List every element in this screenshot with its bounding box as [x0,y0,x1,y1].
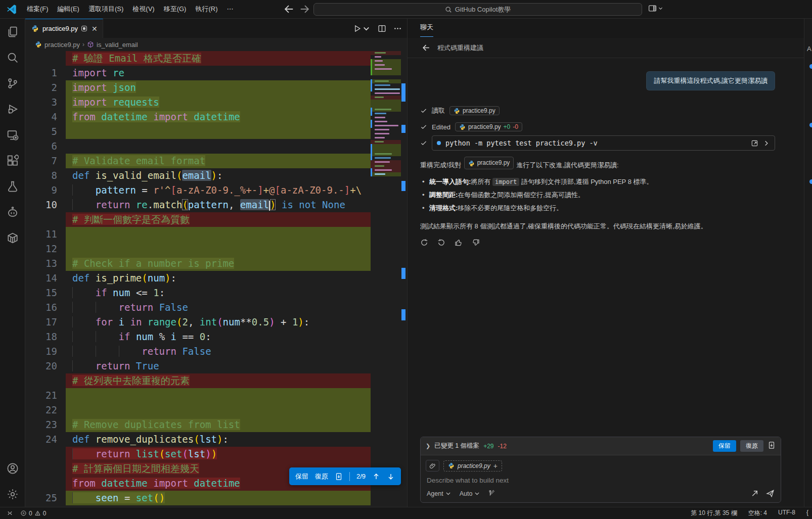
thumbs-down-icon[interactable] [472,239,480,247]
code-line[interactable]: 19 return False [25,344,407,359]
nav-forward-icon[interactable] [299,4,310,15]
sidebar-item-source-control[interactable] [1,70,25,96]
code-line[interactable]: 12 [25,242,407,256]
problems-indicator[interactable]: 0 0 [17,510,50,517]
attachment-chip[interactable]: practice9.py + [443,460,502,471]
cursor-position[interactable]: 第 10 行,第 35 欄 [687,509,740,517]
tab-chat[interactable]: 聊天 [420,23,433,37]
chevron-right-icon[interactable] [762,139,770,147]
split-editor-icon[interactable] [378,24,386,33]
thumbs-up-icon[interactable] [455,239,463,247]
changes-summary[interactable]: 已變更 1 個檔案 [434,442,479,450]
minimap[interactable] [371,51,401,507]
nav-back-icon[interactable] [283,4,294,15]
code-line[interactable]: 6 [25,139,407,154]
code-line[interactable]: 2import json [25,80,407,95]
send-icon[interactable] [766,489,775,498]
code-line[interactable]: 25 seen = set() [25,491,407,505]
code-line[interactable]: 13# Check if a number is prime [25,256,407,271]
remote-indicator[interactable] [3,510,17,516]
code-line[interactable]: 16 return False [25,300,407,315]
chat-session-title[interactable]: 程式碼重構建議 [437,43,483,53]
diff-undo-button[interactable]: 復原 [315,472,328,481]
terminal-command-box[interactable]: python -m pytest test_practice9.py -v [432,135,775,151]
run-button[interactable] [353,24,371,33]
model-dropdown[interactable]: Auto [460,490,481,497]
code-line[interactable]: return list(set(lst)) [25,447,407,461]
sidebar-item-explorer[interactable] [1,19,25,44]
undo-button[interactable]: 復原 [740,440,763,452]
code-line[interactable]: 3import requests [25,95,407,110]
chevron-right-icon[interactable]: ❯ [426,443,430,449]
overview-ruler[interactable] [401,51,407,507]
language-mode[interactable]: { [803,509,812,516]
menu-item[interactable]: 移至(G) [159,2,191,16]
sidebar-item-search[interactable] [1,44,25,70]
code-line[interactable]: 18 if num % i == 0: [25,329,407,344]
code-line[interactable]: 4from datetime import datetime [25,110,407,124]
sidebar-item-extensions[interactable] [1,148,25,173]
code-line[interactable]: 23# Remove duplicates from list [25,417,407,432]
open-terminal-icon[interactable] [751,139,758,147]
regenerate-icon[interactable] [420,239,428,247]
open-in-editor-icon[interactable] [750,489,759,498]
layout-control[interactable] [648,4,663,13]
menu-item[interactable]: 編輯(E) [53,2,84,16]
tab-close-icon[interactable]: ✕ [92,25,98,33]
arrow-down-icon[interactable] [387,473,395,481]
menu-more[interactable]: ⋯ [222,2,238,16]
code-line[interactable]: # 從列表中去除重複的元素 [25,373,407,388]
code-line[interactable]: 17 for i in range(2, int(num**0.5) + 1): [25,315,407,329]
file-save-icon[interactable] [335,473,343,481]
breadcrumb-file[interactable]: practice9.py [44,41,80,49]
diff-keep-button[interactable]: 保留 [295,472,308,481]
code-line[interactable]: # 驗證 Email 格式是否正確 [25,51,407,66]
encoding[interactable]: UTF-8 [775,509,799,516]
code-line[interactable]: 9 pattern = r'^[a-zA-Z0-9._%+-]+@[a-zA-Z… [25,183,407,198]
menu-item[interactable]: 檔案(F) [22,2,53,16]
tools-icon[interactable] [488,490,495,498]
file-chip[interactable]: practice9.py+0-0 [455,122,522,131]
command-center-search[interactable]: GitHub Copilot教學 [313,3,642,16]
sidebar-item-testing[interactable] [1,173,25,199]
sidebar-item-remote[interactable] [1,122,25,148]
code-line[interactable]: 24def remove_duplicates(lst): [25,432,407,447]
sidebar-item-copilot[interactable] [1,199,25,225]
menu-item[interactable]: 檢視(V) [128,2,159,16]
sidebar-item-account[interactable] [1,455,25,481]
menu-item[interactable]: 執行(R) [191,2,222,16]
code-line[interactable]: 10 return re.match(pattern, email) is no… [25,198,407,212]
indentation[interactable]: 空格: 4 [745,509,771,517]
file-chip[interactable]: practice9.py [449,106,500,115]
code-line[interactable]: # 判斷一個數字是否為質數 [25,212,407,227]
chat-input[interactable]: Describe what to build next [421,475,781,489]
keep-button[interactable]: 保留 [713,440,736,452]
view-changes-icon[interactable] [768,441,776,451]
code-line[interactable]: 11 [25,227,407,242]
back-arrow-icon[interactable] [422,43,430,52]
code-line[interactable]: 7# Validate email format [25,154,407,168]
attach-context-button[interactable] [426,460,439,471]
add-attachment-icon[interactable]: + [493,462,498,470]
breadcrumb[interactable]: practice9.py › is_valid_email [25,38,407,51]
code-line[interactable]: 1import re [25,66,407,80]
more-actions-icon[interactable] [393,24,402,33]
sidebar-item-settings[interactable] [1,481,25,507]
tab-practice9[interactable]: practice9.py ✕ [25,19,103,38]
code-line[interactable]: 8def is_valid_email(email): [25,168,407,183]
sidebar-item-containers[interactable] [1,225,25,251]
code-line[interactable]: 22 [25,403,407,417]
arrow-up-icon[interactable] [372,473,380,481]
code-line[interactable]: 14def is_prime(num): [25,271,407,286]
modified-indicator-icon[interactable] [81,26,87,31]
code-editor[interactable]: # 驗證 Email 格式是否正確1import re2import json3… [25,51,407,507]
undo-icon[interactable] [437,239,445,247]
menu-item[interactable]: 選取項目(S) [84,2,128,16]
breadcrumb-symbol[interactable]: is_valid_email [97,41,138,49]
code-line[interactable]: 20 return True [25,359,407,373]
agent-mode-dropdown[interactable]: Agent [427,490,452,497]
code-line[interactable]: 15 if num <= 1: [25,286,407,300]
code-line[interactable]: 5 [25,124,407,139]
code-line[interactable]: 21 [25,388,407,403]
sidebar-item-run-debug[interactable] [1,96,25,122]
